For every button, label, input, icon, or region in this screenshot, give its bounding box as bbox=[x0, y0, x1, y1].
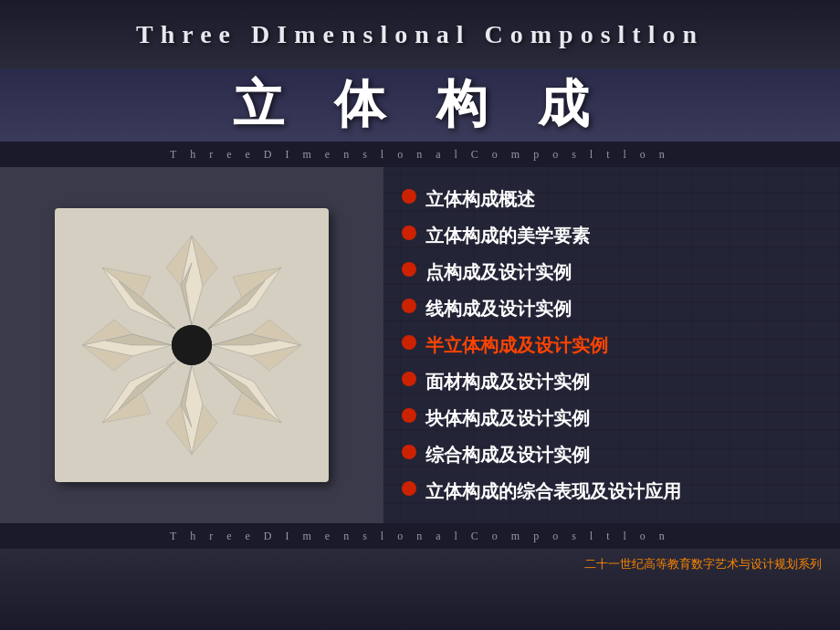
subtitle-bar: T h r e e D I m e n s l o n a l C o m p … bbox=[0, 142, 840, 167]
menu-label-6: 面材构成及设计实例 bbox=[425, 370, 590, 394]
menu-label-3: 点构成及设计实例 bbox=[425, 260, 572, 284]
bullet-5 bbox=[402, 335, 416, 350]
menu-label-1: 立体构成概述 bbox=[425, 187, 535, 211]
bullet-3 bbox=[402, 262, 416, 277]
menu-label-5: 半立体构成及设计实例 bbox=[425, 333, 608, 357]
menu-label-9: 立体构成的综合表现及设计应用 bbox=[425, 479, 681, 503]
menu-item-7[interactable]: 块体构成及设计实例 bbox=[402, 406, 822, 430]
menu-label-2: 立体构成的美学要素 bbox=[425, 224, 590, 247]
menu-item-1[interactable]: 立体构成概述 bbox=[402, 187, 822, 211]
bullet-7 bbox=[402, 408, 416, 423]
bottom-subtitle-bar: T h r e e D I m e n s l o n a l C o m p … bbox=[0, 523, 840, 549]
bullet-9 bbox=[402, 481, 416, 496]
english-title: Three DImenslonal Composltlon bbox=[136, 20, 704, 49]
top-header: Three DImenslonal Composltlon bbox=[0, 0, 840, 68]
menu-item-8[interactable]: 综合构成及设计实例 bbox=[402, 443, 822, 467]
right-panel: 立体构成概述 立体构成的美学要素 点构成及设计实例 线构成及设计实例 半立体构成… bbox=[383, 167, 840, 523]
chinese-title-band: 立 体 构 成 bbox=[0, 68, 840, 142]
menu-item-9[interactable]: 立体构成的综合表现及设计应用 bbox=[402, 479, 822, 503]
menu-label-4: 线构成及设计实例 bbox=[425, 297, 572, 320]
footer: 二十一世纪高等教育数字艺术与设计规划系列 bbox=[0, 549, 840, 630]
bullet-1 bbox=[402, 189, 416, 204]
menu-item-6[interactable]: 面材构成及设计实例 bbox=[402, 370, 822, 394]
bottom-subtitle-text: T h r e e D I m e n s l o n a l C o m p … bbox=[170, 530, 670, 543]
bullet-2 bbox=[402, 226, 416, 240]
bullet-6 bbox=[402, 372, 416, 386]
left-panel bbox=[0, 167, 383, 523]
chinese-title: 立 体 构 成 bbox=[233, 70, 608, 140]
page-wrapper: Three DImenslonal Composltlon 立 体 构 成 T … bbox=[0, 0, 840, 630]
snowflake-image bbox=[55, 208, 329, 482]
menu-item-4[interactable]: 线构成及设计实例 bbox=[402, 297, 822, 320]
menu-item-5[interactable]: 半立体构成及设计实例 bbox=[402, 333, 822, 357]
subtitle-text: T h r e e D I m e n s l o n a l C o m p … bbox=[170, 148, 670, 162]
menu-label-7: 块体构成及设计实例 bbox=[425, 406, 590, 430]
bullet-8 bbox=[402, 445, 416, 459]
svg-point-30 bbox=[172, 325, 212, 365]
menu-item-2[interactable]: 立体构成的美学要素 bbox=[402, 224, 822, 247]
bullet-4 bbox=[402, 299, 416, 313]
main-content: 立体构成概述 立体构成的美学要素 点构成及设计实例 线构成及设计实例 半立体构成… bbox=[0, 167, 840, 523]
footer-text: 二十一世纪高等教育数字艺术与设计规划系列 bbox=[584, 556, 822, 572]
menu-item-3[interactable]: 点构成及设计实例 bbox=[402, 260, 822, 284]
snowflake-svg bbox=[64, 217, 320, 473]
menu-label-8: 综合构成及设计实例 bbox=[425, 443, 590, 467]
